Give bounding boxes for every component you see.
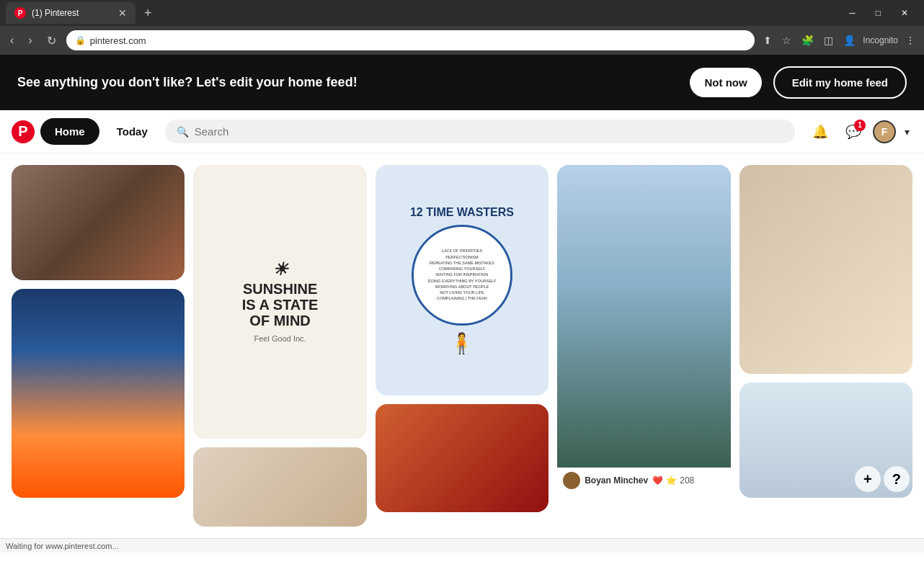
pinterest-navigation: P Home Today 🔍 🔔 💬 1 F ▾: [0, 110, 924, 153]
pin-card-hand[interactable]: Boyan Minchev ❤️ ⭐ 208: [557, 165, 730, 493]
pin-image: [12, 289, 185, 498]
share-icon[interactable]: ⬆: [760, 32, 775, 49]
maximize-button[interactable]: □: [866, 5, 891, 21]
reaction-count: 208: [680, 475, 694, 486]
status-bar: Waiting for www.pinterest.com...: [0, 538, 924, 553]
pin-user-avatar: [563, 472, 580, 489]
tab-title: (1) Pinterest: [32, 8, 112, 18]
star-icon: ⭐: [666, 475, 677, 486]
pin-image: [12, 165, 185, 280]
pin-card[interactable]: [12, 165, 185, 280]
not-now-button[interactable]: Not now: [690, 68, 761, 97]
status-text: Waiting for www.pinterest.com...: [6, 542, 119, 550]
browser-window: P (1) Pinterest ✕ + ─ □ ✕ ‹ › ↻ 🔒 ⬆ ☆ 🧩 …: [0, 0, 924, 55]
nav-dropdown-icon[interactable]: ▾: [902, 123, 912, 140]
sidebar-icon[interactable]: ◫: [821, 32, 836, 49]
question-button[interactable]: ?: [884, 466, 910, 492]
home-nav-button[interactable]: Home: [40, 118, 99, 145]
home-feed-banner: See anything you don't like? Let's edit …: [0, 55, 924, 110]
time-wasters-image: 12 TIME WASTERS LACK OF PRIORITIES PERFE…: [376, 165, 548, 395]
forward-button[interactable]: ›: [24, 31, 36, 50]
pin-card-time-wasters[interactable]: 12 TIME WASTERS LACK OF PRIORITIES PERFE…: [376, 165, 548, 395]
search-input[interactable]: [195, 125, 783, 138]
ghost-image: + ?: [739, 383, 912, 498]
address-bar[interactable]: 🔒: [66, 30, 755, 50]
pinterest-logo[interactable]: P: [12, 120, 35, 143]
nav-icons: 🔔 💬 1 F ▾: [807, 118, 912, 146]
extensions-icon[interactable]: 🧩: [799, 32, 817, 49]
window-controls: ─ □ ✕: [839, 5, 918, 21]
browser-toolbar: ‹ › ↻ 🔒 ⬆ ☆ 🧩 ◫ 👤 Incognito ⋮: [0, 26, 924, 55]
messages-button[interactable]: 💬 1: [840, 118, 867, 146]
pin-card[interactable]: [193, 447, 366, 527]
incognito-label: Incognito: [863, 35, 898, 45]
lock-icon: 🔒: [75, 35, 86, 45]
pin-image: [193, 447, 366, 527]
pin-card-kid[interactable]: [739, 165, 912, 374]
pin-card[interactable]: [376, 404, 548, 512]
notifications-button[interactable]: 🔔: [807, 118, 834, 146]
close-button[interactable]: ✕: [891, 5, 918, 21]
kid-image: [739, 165, 912, 374]
menu-icon[interactable]: ⋮: [902, 32, 918, 49]
tshirt-image: ☀ SUNSHINEIS A STATEOF MIND Feel Good In…: [193, 165, 366, 439]
pin-username: Boyan Minchev: [585, 475, 648, 486]
pin-card[interactable]: [12, 289, 185, 498]
reload-button[interactable]: ↻: [43, 31, 61, 50]
tab-bar: P (1) Pinterest ✕ + ─ □ ✕: [0, 0, 924, 26]
today-nav-button[interactable]: Today: [105, 118, 159, 145]
pin-card-tshirt[interactable]: ☀ SUNSHINEIS A STATEOF MIND Feel Good In…: [193, 165, 366, 439]
banner-text: See anything you don't like? Let's edit …: [17, 75, 678, 90]
hand-image: [557, 165, 730, 468]
question-icon: ?: [884, 466, 910, 492]
tab-close-icon[interactable]: ✕: [118, 7, 127, 19]
toolbar-actions: ⬆ ☆ 🧩 ◫ 👤 Incognito ⋮: [760, 32, 918, 49]
clock-diagram: LACK OF PRIORITIES PERFECTIONISM REPEATI…: [412, 225, 512, 326]
tab-favicon: P: [14, 7, 26, 19]
new-tab-button[interactable]: +: [138, 3, 158, 24]
plus-icon: +: [855, 466, 881, 492]
heart-icon: ❤️: [652, 475, 663, 486]
masonry-grid: ☀ SUNSHINEIS A STATEOF MIND Feel Good In…: [12, 165, 912, 527]
search-icon: 🔍: [177, 126, 189, 138]
profile-icon[interactable]: 👤: [840, 32, 858, 49]
main-feed: ☀ SUNSHINEIS A STATEOF MIND Feel Good In…: [0, 153, 924, 538]
pin-card-ghost[interactable]: + ?: [739, 383, 912, 498]
plus-button[interactable]: +: [855, 466, 881, 492]
tshirt-subtitle: Feel Good Inc.: [254, 334, 306, 343]
bookmark-icon[interactable]: ☆: [779, 32, 794, 49]
search-bar[interactable]: 🔍: [165, 120, 795, 143]
pin-image: [376, 404, 548, 512]
active-tab[interactable]: P (1) Pinterest ✕: [6, 2, 136, 24]
message-badge: 1: [854, 120, 866, 131]
edit-feed-button[interactable]: Edit my home feed: [773, 66, 907, 99]
time-wasters-title: 12 TIME WASTERS: [410, 206, 514, 219]
clock-figure: 🧍: [449, 331, 474, 355]
address-input[interactable]: [90, 35, 747, 46]
back-button[interactable]: ‹: [6, 31, 18, 50]
user-avatar[interactable]: F: [873, 120, 896, 143]
pin-meta: Boyan Minchev ❤️ ⭐ 208: [557, 468, 730, 493]
pin-reactions: ❤️ ⭐ 208: [652, 475, 694, 486]
minimize-button[interactable]: ─: [839, 5, 866, 21]
